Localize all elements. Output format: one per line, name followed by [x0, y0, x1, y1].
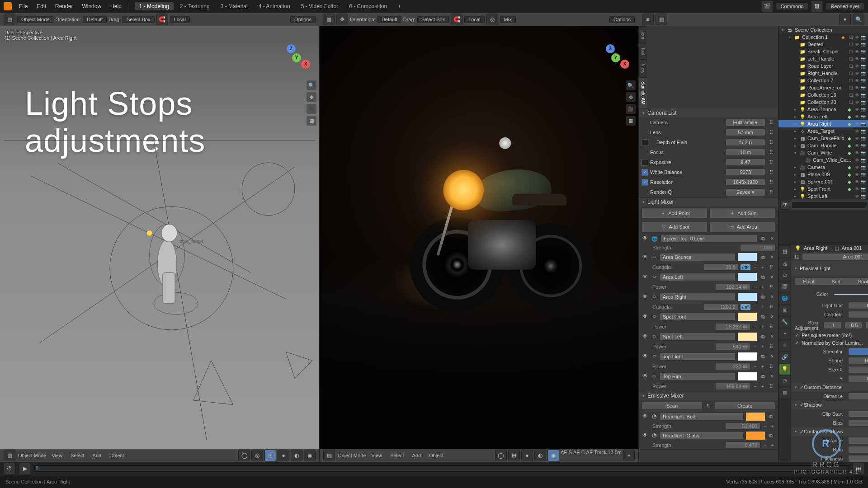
menu-icon[interactable]: ⠿	[767, 283, 775, 291]
visibility-flags[interactable]: 👁📷	[854, 194, 866, 199]
unit-badge[interactable]: /m²	[741, 264, 750, 270]
prop-value[interactable]: Fullframe ▾	[726, 119, 765, 127]
eye-icon[interactable]: 👁	[642, 273, 649, 281]
nav-gizmo-left[interactable]: Y X Z	[283, 44, 310, 71]
outliner-item[interactable]: ▸⊹Area_Target👁📷	[778, 127, 868, 135]
plus-icon[interactable]: +	[760, 264, 765, 270]
solo-icon[interactable]: ○	[651, 253, 658, 261]
disclosure-icon[interactable]: ▸	[793, 187, 797, 191]
item-name[interactable]: Collection 20	[807, 99, 846, 105]
specular-slider[interactable]: 1.00	[848, 348, 868, 355]
item-name[interactable]: Right_Handle	[807, 70, 846, 76]
disclosure-icon[interactable]: ▾	[793, 151, 797, 155]
prop-value[interactable]: 10 m	[726, 149, 765, 156]
item-name[interactable]: Sphere.001	[807, 179, 844, 184]
world-strength-value[interactable]: 1.000	[740, 244, 775, 251]
menu-icon[interactable]: ⠿	[767, 188, 775, 196]
menu-select[interactable]: Select	[387, 452, 407, 459]
plus-icon[interactable]: +	[760, 304, 765, 310]
close-icon[interactable]: ×	[769, 274, 775, 280]
visibility-flags[interactable]: 👁📷	[854, 150, 866, 155]
shading-wire-icon[interactable]: ⊞	[508, 450, 520, 461]
editor-type-icon[interactable]: ▦	[323, 450, 335, 461]
item-name[interactable]: Cam_Wide	[807, 150, 844, 155]
move-icon[interactable]: ✥	[626, 92, 636, 102]
menu-icon[interactable]: ⠿	[767, 128, 775, 136]
light-name[interactable]: Area Bounce	[660, 253, 736, 261]
menu-object[interactable]: Object	[107, 452, 127, 459]
tab-texture-icon[interactable]: ▩	[779, 387, 790, 398]
metric-value[interactable]: 20.8	[703, 263, 739, 271]
menu-icon[interactable]: ⠿	[767, 323, 775, 331]
link-icon[interactable]: ⧉	[767, 432, 775, 440]
contact-shadows-checkbox[interactable]: ✓	[800, 429, 804, 435]
tab-scene-icon[interactable]: 🎬	[779, 282, 790, 292]
close-icon[interactable]: ×	[769, 333, 775, 340]
datablock-name[interactable]: Area.001	[802, 253, 868, 260]
outliner-item[interactable]: ▸🎥Camera◆👁📷	[778, 164, 868, 171]
visibility-flags[interactable]: 👁📷	[854, 143, 866, 148]
item-name[interactable]: Cam_BrakeFluid	[807, 136, 844, 141]
eye-icon[interactable]: 👁	[642, 293, 649, 300]
menu-view[interactable]: View	[368, 452, 385, 459]
prop-value[interactable]: 57 mm	[726, 129, 765, 136]
camera-list-header[interactable]: Camera List	[639, 108, 778, 117]
light-color-swatch[interactable]	[737, 312, 757, 321]
focus-picker-icon[interactable]: ⌖	[623, 450, 635, 461]
item-name[interactable]: Break_Caliper	[807, 49, 846, 54]
zoom-icon[interactable]: 🔍	[626, 80, 636, 90]
workspace-tab-texturing[interactable]: 2 - Texturing	[175, 2, 214, 10]
outliner-item[interactable]: 📁Collection 7☐👁📷	[778, 77, 868, 84]
add-sun-button[interactable]: ☀ Add Sun	[709, 208, 775, 219]
outliner-item[interactable]: ▸▨Cam_BrakeFluid◆👁📷	[778, 135, 868, 142]
custom-distance-checkbox[interactable]: ✓	[800, 385, 804, 390]
overlays-icon[interactable]: ◯	[495, 450, 507, 461]
camera-icon[interactable]: 🎥	[626, 104, 636, 114]
scan-button[interactable]: Scan	[642, 402, 703, 410]
menu-render[interactable]: Render	[52, 2, 76, 10]
outliner-item[interactable]: 📁Break_Caliper☐👁📷	[778, 48, 868, 55]
solo-icon[interactable]: ○	[651, 273, 658, 281]
minus-icon[interactable]: −	[752, 344, 758, 349]
emissive-color-swatch[interactable]	[745, 431, 765, 440]
link-icon[interactable]: ⧉	[759, 273, 767, 281]
outliner-item[interactable]: 📁Roue Layer☐👁📷	[778, 62, 868, 70]
outliner-type-icon[interactable]: ≡	[642, 14, 654, 25]
orientation-dropdown-right[interactable]: Default	[377, 16, 401, 23]
emissive-mixer-header[interactable]: Emissive Mixer	[639, 391, 778, 400]
workspace-tab-animation[interactable]: 4 - Animation	[254, 2, 295, 10]
item-name[interactable]: Dented	[807, 42, 846, 47]
minus-icon[interactable]: −	[752, 284, 758, 290]
menu-edit[interactable]: Edit	[33, 2, 50, 10]
shadow-bias-value[interactable]: 0.010	[848, 419, 868, 427]
light-color-swatch[interactable]	[737, 253, 757, 262]
visibility-flags[interactable]: ☐👁📷	[848, 78, 866, 83]
workspace-tab-composition[interactable]: 6 - Composition	[344, 2, 392, 10]
emissive-color-swatch[interactable]	[745, 412, 765, 421]
strength-value[interactable]: 0.470	[725, 441, 760, 449]
snap-icon[interactable]: 🧲	[156, 14, 168, 25]
item-name[interactable]: RoueArriere_oi	[807, 85, 846, 90]
visibility-flags[interactable]: 👁📷	[854, 107, 866, 112]
unit-badge[interactable]: /m²	[741, 304, 750, 310]
outliner-item[interactable]: 📁RoueArriere_oi☐👁📷	[778, 84, 868, 91]
tab-item[interactable]: Item	[639, 26, 647, 43]
menu-object[interactable]: Object	[426, 452, 446, 459]
menu-view[interactable]: View	[49, 452, 65, 459]
visibility-flags[interactable]: ☐👁📷	[848, 93, 866, 98]
thickness-value[interactable]: 0.2 m	[848, 455, 868, 462]
minus-icon[interactable]: −	[762, 442, 768, 448]
shadow-header[interactable]: ▾✓ Shadow	[791, 401, 868, 409]
scene-selector[interactable]: Commodo	[776, 3, 809, 10]
shading-wire-icon[interactable]: ⊞	[264, 450, 276, 461]
add-point-button[interactable]: • Add Point	[642, 208, 708, 219]
world-hdri-name[interactable]: Forest_top_01.exr	[660, 235, 757, 243]
minus-icon[interactable]: −	[762, 423, 768, 429]
item-name[interactable]: Collection 16	[807, 92, 846, 98]
link-icon[interactable]: ⧉	[759, 235, 767, 243]
plus-icon[interactable]: +	[760, 384, 765, 389]
disclosure-icon[interactable]: ▸	[793, 144, 797, 148]
options-dropdown-right[interactable]: Options	[609, 16, 635, 23]
visibility-flags[interactable]: 👁📷	[854, 158, 866, 163]
breadcrumb-object[interactable]: Area Right	[804, 245, 827, 251]
